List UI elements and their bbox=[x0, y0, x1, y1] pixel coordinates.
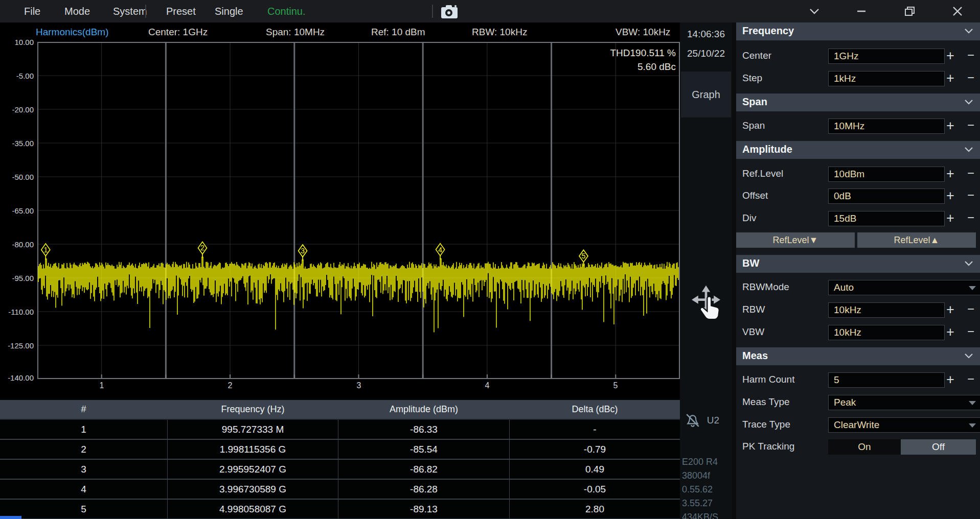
chevron-down-icon bbox=[964, 352, 974, 360]
menu-bar: File Mode System Preset Single Continu. bbox=[0, 0, 980, 22]
table-row: 5 4.998058087 G -89.13 2.80 bbox=[0, 500, 680, 519]
cell-amp: -86.82 bbox=[338, 460, 510, 479]
center-frequency-input[interactable]: 1GHz bbox=[828, 49, 945, 64]
ref-level-up-button[interactable]: RefLevel▲ bbox=[857, 232, 976, 248]
section-title: Frequency bbox=[742, 25, 794, 37]
row-ref-level-buttons: RefLevel▼ RefLevel▲ bbox=[732, 232, 980, 248]
step-increment-button[interactable]: + bbox=[943, 71, 958, 86]
section-amplitude[interactable]: Amplitude bbox=[736, 141, 980, 159]
menu-preset[interactable]: Preset bbox=[166, 0, 196, 22]
x-tick-harmonic-4: 4 bbox=[482, 381, 492, 390]
span-decrement-button[interactable]: − bbox=[963, 119, 978, 134]
table-scroll-indicator[interactable] bbox=[0, 516, 21, 519]
dropdown-value: ClearWrite bbox=[834, 419, 879, 430]
row-pk-tracking: PK Tracking On Off bbox=[732, 439, 980, 455]
cell-delta: 0.49 bbox=[510, 460, 680, 479]
div-decrement-button[interactable]: − bbox=[963, 211, 978, 226]
rbw-decrement-button[interactable]: − bbox=[963, 302, 978, 318]
dropdown-arrow-icon bbox=[969, 401, 976, 405]
span-input[interactable]: 10MHz bbox=[828, 119, 945, 134]
div-input[interactable]: 15dB bbox=[828, 211, 945, 226]
ref-level-input[interactable]: 10dBm bbox=[828, 167, 945, 182]
sysinfo-line: 38004f bbox=[682, 470, 732, 481]
offset-input[interactable]: 0dB bbox=[828, 188, 945, 204]
vbw-decrement-button[interactable]: − bbox=[963, 325, 978, 340]
span-increment-button[interactable]: + bbox=[943, 119, 958, 134]
harm-count-increment-button[interactable]: + bbox=[943, 372, 958, 388]
cell-num: 4 bbox=[0, 480, 168, 499]
row-meas-type: Meas Type Peak bbox=[732, 395, 980, 410]
ref-level-increment-button[interactable]: + bbox=[943, 167, 958, 182]
rbw-mode-dropdown[interactable]: Auto bbox=[828, 280, 980, 295]
vbw-increment-button[interactable]: + bbox=[943, 325, 958, 340]
field-label: Center bbox=[742, 50, 771, 61]
row-span: Span 10MHz + − bbox=[732, 119, 980, 134]
cell-delta: 2.80 bbox=[510, 500, 680, 518]
trace-type-dropdown[interactable]: ClearWrite bbox=[828, 417, 980, 433]
menu-system[interactable]: System bbox=[113, 0, 147, 22]
camera-icon[interactable] bbox=[439, 3, 460, 19]
menu-single[interactable]: Single bbox=[215, 0, 243, 22]
col-header-amp: Amplitude (dBm) bbox=[338, 400, 510, 419]
section-bw[interactable]: BW bbox=[736, 255, 980, 273]
vbw-input[interactable]: 10kHz bbox=[828, 325, 945, 340]
sysinfo-line: 0.55.62 bbox=[682, 484, 732, 495]
cell-delta: -0.05 bbox=[510, 480, 680, 499]
svg-text:4: 4 bbox=[438, 246, 442, 254]
pk-tracking-off-button[interactable]: Off bbox=[901, 439, 976, 455]
close-icon[interactable] bbox=[951, 5, 964, 17]
menu-mode[interactable]: Mode bbox=[64, 0, 90, 22]
field-label: Harm Count bbox=[742, 374, 794, 385]
ref-level-down-button[interactable]: RefLevel▼ bbox=[736, 232, 855, 248]
center-decrement-button[interactable]: − bbox=[963, 49, 978, 64]
field-label: Span bbox=[742, 120, 765, 131]
ref-level-decrement-button[interactable]: − bbox=[963, 167, 978, 182]
menu-continuous[interactable]: Continu. bbox=[267, 0, 306, 22]
chevron-down-icon bbox=[964, 146, 974, 153]
chart-span-readout: Span: 10MHz bbox=[266, 27, 325, 38]
cell-num: 2 bbox=[0, 440, 168, 459]
offset-decrement-button[interactable]: − bbox=[963, 188, 978, 204]
status-strip: 14:06:36 25/10/22 Graph U2 E200 R4 38004… bbox=[680, 22, 732, 519]
rbw-increment-button[interactable]: + bbox=[943, 302, 958, 318]
pan-hand-icon[interactable] bbox=[689, 283, 723, 319]
y-tick: -140.00 bbox=[2, 373, 34, 382]
step-input[interactable]: 1kHz bbox=[828, 71, 945, 86]
menu-file[interactable]: File bbox=[24, 0, 40, 22]
harmonic-marker-5: 5 bbox=[579, 250, 588, 266]
row-trace-type: Trace Type ClearWrite bbox=[732, 417, 980, 433]
y-tick: -110.00 bbox=[2, 308, 34, 316]
restore-icon[interactable] bbox=[903, 5, 916, 17]
section-frequency[interactable]: Frequency bbox=[736, 22, 980, 40]
meas-type-dropdown[interactable]: Peak bbox=[828, 395, 980, 410]
div-increment-button[interactable]: + bbox=[943, 211, 958, 226]
harm-count-input[interactable]: 5 bbox=[828, 372, 945, 388]
step-decrement-button[interactable]: − bbox=[963, 71, 978, 86]
chart-rbw-readout: RBW: 10kHz bbox=[472, 27, 527, 38]
dropdown-value: Auto bbox=[834, 282, 854, 293]
pk-tracking-on-button[interactable]: On bbox=[828, 439, 901, 455]
chart-vbw-readout: VBW: 10kHz bbox=[616, 27, 670, 38]
offset-increment-button[interactable]: + bbox=[943, 188, 958, 204]
x-tick-harmonic-3: 3 bbox=[354, 381, 364, 390]
chevron-down-icon[interactable] bbox=[808, 5, 821, 17]
center-increment-button[interactable]: + bbox=[943, 49, 958, 64]
graph-tab-button[interactable]: Graph bbox=[681, 72, 731, 117]
menu-separator bbox=[432, 5, 433, 18]
clock-time: 14:06:36 bbox=[680, 29, 732, 40]
x-tick-harmonic-1: 1 bbox=[97, 381, 107, 390]
minimize-icon[interactable] bbox=[855, 5, 868, 17]
section-meas[interactable]: Meas bbox=[736, 347, 980, 365]
rbw-input[interactable]: 10kHz bbox=[828, 302, 945, 318]
cell-freq: 4.998058087 G bbox=[168, 500, 338, 518]
row-vbw: VBW 10kHz + − bbox=[732, 325, 980, 340]
row-center: Center 1GHz + − bbox=[732, 49, 980, 64]
harm-count-decrement-button[interactable]: − bbox=[963, 372, 978, 388]
chart-ref-readout: Ref: 10 dBm bbox=[371, 27, 425, 38]
section-span[interactable]: Span bbox=[736, 93, 980, 111]
x-tick-harmonic-2: 2 bbox=[225, 381, 235, 390]
sysinfo-line: 3.55.27 bbox=[682, 498, 732, 509]
harmonic-marker-4: 4 bbox=[436, 244, 445, 260]
table-row: 1 995.727333 M -86.33 - bbox=[0, 420, 680, 440]
row-step: Step 1kHz + − bbox=[732, 71, 980, 86]
